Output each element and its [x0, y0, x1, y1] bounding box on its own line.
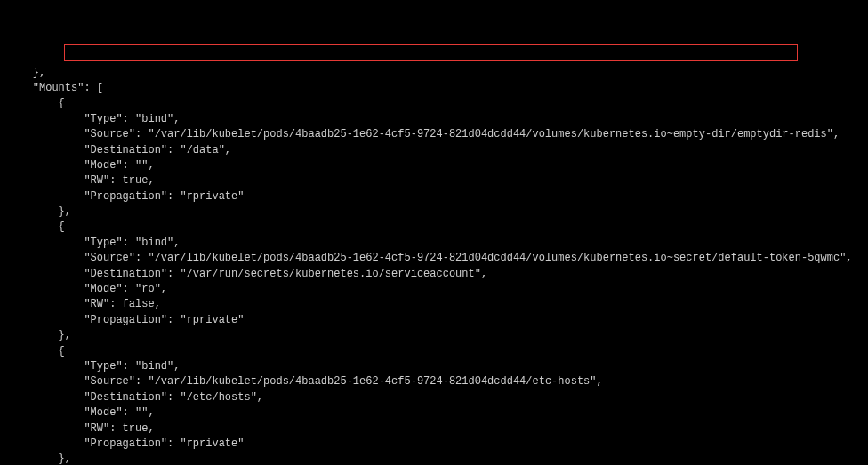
code-line: {	[7, 220, 65, 233]
code-line: "Mode": "",	[7, 159, 155, 172]
code-line: "Propagation": "rprivate"	[7, 437, 244, 450]
code-line: "Mode": "",	[7, 406, 155, 419]
code-line: },	[7, 329, 71, 341]
code-line: "Type": "bind",	[7, 237, 180, 249]
code-line: "Source": "/var/lib/kubelet/pods/4baadb2…	[7, 252, 853, 264]
code-line: "Type": "bind",	[7, 113, 180, 125]
terminal-output[interactable]: }, "Mounts": [ { "Type": "bind", "Source…	[7, 66, 861, 465]
code-line: "RW": false,	[7, 298, 161, 310]
code-line: "Propagation": "rprivate"	[7, 190, 244, 203]
code-line: "Mode": "ro",	[7, 283, 167, 295]
code-line: {	[7, 345, 65, 357]
code-line: "Propagation": "rprivate"	[7, 314, 244, 326]
code-line: },	[7, 205, 71, 218]
code-line: "Source": "/var/lib/kubelet/pods/4baadb2…	[7, 128, 840, 140]
code-line: },	[7, 67, 45, 79]
code-line: "RW": true,	[7, 174, 155, 187]
highlight-annotation	[64, 44, 798, 61]
code-line: "Destination": "/etc/hosts",	[7, 391, 263, 404]
code-line: "Destination": "/var/run/secrets/kuberne…	[7, 268, 487, 280]
code-line: {	[7, 97, 65, 109]
code-line: "Source": "/var/lib/kubelet/pods/4baadb2…	[7, 375, 603, 388]
code-line: "RW": true,	[7, 422, 155, 435]
code-line: "Type": "bind",	[7, 360, 180, 373]
code-line: "Destination": "/data",	[7, 144, 231, 156]
code-line: },	[7, 453, 71, 465]
code-line: "Mounts": [	[7, 82, 103, 94]
